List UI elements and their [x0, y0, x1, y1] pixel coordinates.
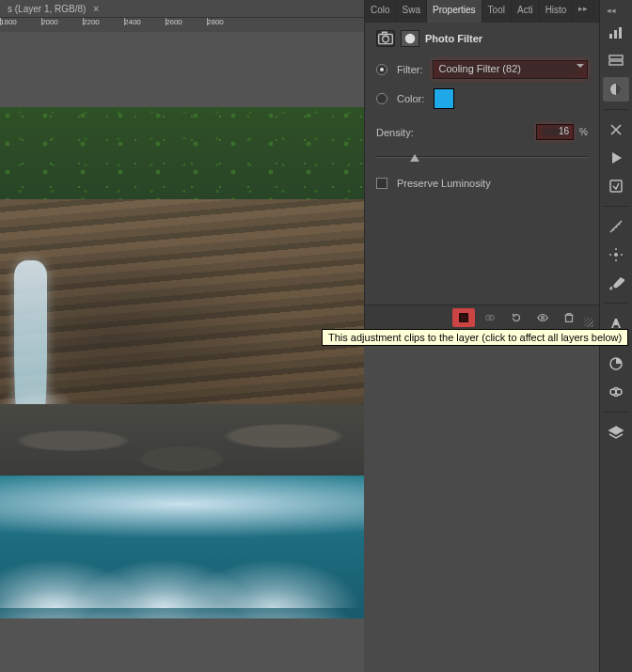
- brush-preset-icon[interactable]: [603, 174, 629, 198]
- density-slider[interactable]: [376, 149, 588, 164]
- adjustments-icon[interactable]: [603, 77, 629, 102]
- properties-panel: Colo Swa Properties Tool Acti Histo ▸▸ ≡…: [364, 0, 599, 329]
- ruler-mark: 1800: [0, 18, 41, 32]
- density-unit: %: [579, 127, 588, 137]
- svg-point-19: [616, 389, 622, 395]
- cooling-filter-overlay: [0, 107, 364, 618]
- svg-rect-13: [609, 61, 623, 65]
- svg-point-18: [610, 389, 616, 395]
- svg-rect-11: [619, 27, 622, 39]
- color-label: Color:: [397, 93, 424, 104]
- preserve-luminosity-label: Preserve Luminosity: [397, 178, 491, 189]
- svg-rect-10: [614, 30, 617, 39]
- navigator-icon[interactable]: [603, 380, 629, 404]
- color-swatch[interactable]: [434, 88, 454, 109]
- close-icon[interactable]: ×: [93, 4, 99, 14]
- brush-icon[interactable]: [603, 271, 629, 295]
- resize-grip[interactable]: [584, 318, 593, 327]
- ruler-mark: 2000: [41, 18, 83, 32]
- filter-radio[interactable]: [376, 64, 387, 75]
- expand-panels-icon[interactable]: ◂◂: [607, 6, 625, 15]
- properties-footer: [365, 305, 599, 329]
- svg-point-7: [542, 316, 545, 319]
- delete-button[interactable]: [558, 308, 580, 327]
- preserve-luminosity-checkbox[interactable]: [376, 178, 387, 189]
- tab-tool[interactable]: Tool: [482, 0, 512, 23]
- tab-history[interactable]: Histo: [540, 0, 574, 23]
- svg-rect-9: [609, 34, 612, 39]
- view-previous-state-button[interactable]: [479, 308, 501, 327]
- adjustment-title: Photo Filter: [425, 33, 482, 44]
- filter-dropdown[interactable]: Cooling Filter (82): [433, 60, 589, 79]
- mask-icon: [401, 30, 419, 47]
- document-title: s (Layer 1, RGB/8): [8, 4, 86, 14]
- svg-rect-8: [566, 315, 573, 321]
- svg-rect-2: [383, 32, 387, 34]
- density-label: Density:: [376, 127, 414, 138]
- tab-color[interactable]: Colo: [365, 0, 397, 23]
- document-tab[interactable]: s (Layer 1, RGB/8) ×: [0, 0, 106, 17]
- svg-rect-15: [610, 180, 622, 192]
- tab-properties[interactable]: Properties: [427, 0, 482, 23]
- tab-actions[interactable]: Acti: [512, 0, 540, 23]
- svg-rect-12: [609, 55, 623, 59]
- expand-panels-icon[interactable]: ▸▸: [573, 0, 593, 23]
- svg-point-16: [614, 253, 618, 257]
- crossed-tools-icon[interactable]: [603, 117, 629, 142]
- filter-label: Filter:: [397, 64, 423, 75]
- panel-tab-bar: Colo Swa Properties Tool Acti Histo ▸▸ ≡: [365, 0, 599, 23]
- ruler-mark: 2600: [166, 18, 207, 32]
- svg-rect-4: [460, 313, 468, 321]
- play-icon[interactable]: [603, 146, 629, 170]
- svg-point-6: [489, 315, 494, 320]
- density-value[interactable]: 16: [536, 124, 574, 140]
- svg-point-1: [383, 36, 389, 42]
- canvas-area[interactable]: [0, 32, 364, 672]
- measure-icon[interactable]: [603, 214, 629, 239]
- properties-body: Photo Filter Filter: Cooling Filter (82)…: [365, 23, 599, 206]
- swatches-icon[interactable]: [603, 352, 629, 376]
- histogram-icon[interactable]: [603, 21, 629, 45]
- ruler-mark: 2400: [124, 18, 166, 32]
- ruler-mark: 2800: [207, 18, 248, 32]
- clone-source-icon[interactable]: [603, 242, 629, 267]
- clip-to-layer-button[interactable]: [452, 308, 475, 327]
- tab-swatches[interactable]: Swa: [397, 0, 427, 23]
- color-radio[interactable]: [376, 93, 387, 104]
- layers-icon[interactable]: [603, 420, 629, 445]
- svg-point-3: [405, 34, 416, 44]
- camera-icon: [376, 30, 395, 47]
- slider-thumb[interactable]: [410, 151, 419, 163]
- canvas-image[interactable]: [0, 107, 364, 618]
- tooltip: This adjustment clips to the layer (clic…: [322, 329, 628, 346]
- slider-track: [376, 156, 588, 158]
- reset-button[interactable]: [505, 308, 528, 327]
- horizontal-ruler: 1800 2000 2200 2400 2600 2800: [0, 17, 364, 32]
- panel-collapsed-icon[interactable]: [603, 49, 629, 73]
- ruler-mark: 2200: [83, 18, 124, 32]
- toggle-visibility-button[interactable]: [531, 308, 554, 327]
